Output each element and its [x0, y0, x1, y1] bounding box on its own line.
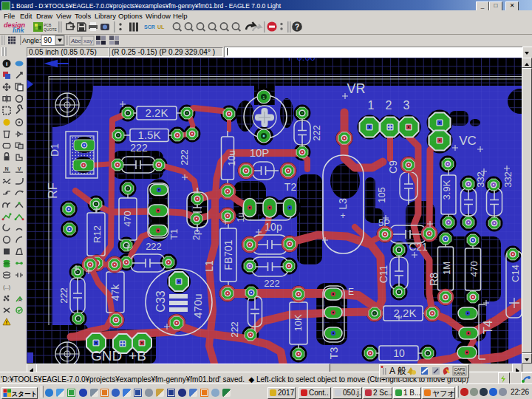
svg-text:1: 1 [368, 99, 375, 112]
svg-text:3.9K: 3.9K [441, 180, 452, 200]
svg-text:2.2K: 2.2K [146, 106, 168, 119]
svg-text:C21: C21 [409, 241, 428, 253]
svg-text:A: A [18, 298, 21, 302]
svg-text:L3: L3 [337, 198, 349, 210]
svg-text:KANA: KANA [454, 371, 466, 375]
svg-text:105: 105 [376, 187, 387, 203]
svg-text:SCR: SCR [144, 24, 155, 30]
svg-text:T2: T2 [284, 181, 297, 193]
svg-text:?: ? [295, 23, 299, 31]
svg-text:470: 470 [122, 211, 133, 227]
svg-text:Abc: Abc [70, 38, 81, 44]
svg-text:222: 222 [130, 142, 148, 154]
svg-text:1u: 1u [236, 212, 246, 222]
svg-text:C11: C11 [378, 265, 389, 283]
svg-text:R8: R8 [428, 273, 440, 286]
svg-text:Angle:: Angle: [22, 37, 41, 44]
svg-text:(...): (...) [3, 284, 10, 290]
svg-text:FB701: FB701 [222, 239, 234, 270]
svg-text:C33: C33 [154, 290, 167, 312]
svg-text:222: 222 [229, 321, 240, 338]
svg-text:i: i [6, 61, 7, 67]
svg-text:link: link [13, 27, 24, 34]
svg-text:90: 90 [44, 36, 52, 44]
svg-text:10u: 10u [226, 150, 237, 166]
svg-text:UL: UL [157, 24, 165, 30]
svg-text:!: ! [6, 320, 7, 325]
svg-text:C9: C9 [387, 160, 399, 174]
svg-text:V: V [18, 166, 21, 171]
svg-text:C14: C14 [510, 265, 521, 282]
svg-text:xay: xay [83, 38, 92, 44]
svg-text:A: A [389, 366, 395, 376]
svg-text:10p: 10p [265, 221, 282, 233]
svg-text:470: 470 [468, 261, 480, 277]
svg-text:VR: VR [347, 81, 365, 96]
svg-text:1.5K: 1.5K [138, 129, 161, 141]
svg-text:D1: D1 [49, 143, 61, 157]
svg-text:N: N [4, 166, 8, 171]
svg-text:般: 般 [397, 366, 406, 376]
svg-text:スタート: スタート [12, 390, 38, 398]
svg-text:2: 2 [386, 99, 392, 112]
svg-text:T3: T3 [328, 347, 340, 360]
svg-text:5P: 5P [378, 217, 390, 228]
svg-text:QUOTE: QUOTE [44, 27, 57, 32]
svg-text:3: 3 [403, 99, 410, 112]
svg-text:47k: 47k [109, 284, 121, 301]
svg-text:T1: T1 [168, 228, 180, 239]
